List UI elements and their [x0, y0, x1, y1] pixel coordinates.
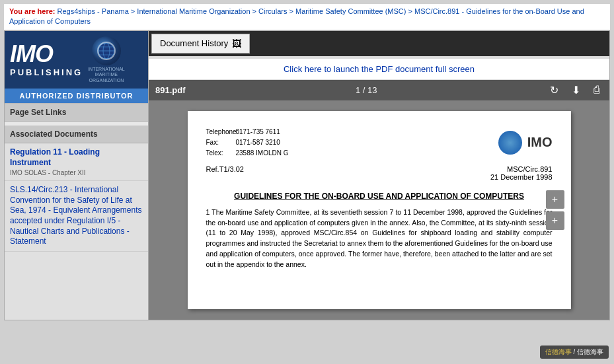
telephone-value: 0171-735 7611	[236, 128, 280, 135]
imo-logo: IMO PUBLISHING	[10, 42, 83, 77]
pdf-paragraph-1: 1 The Maritime Safety Committee, at its …	[206, 207, 553, 270]
pdf-imo-globe	[498, 131, 522, 155]
float-buttons: + +	[546, 190, 564, 230]
list-item: SLS.14/Circ.213 - International Conventi…	[5, 181, 148, 252]
doc1-sub: IMO SOLAS - Chapter XII	[10, 169, 143, 176]
pdf-ref: Ref.T1/3.02	[206, 165, 244, 173]
pdf-logo: IMO	[498, 127, 553, 159]
pdf-content-area: Telephone:0171-735 7611 Fax:0171-587 321…	[149, 100, 609, 320]
pdf-page-indicator: 1 / 13	[356, 85, 377, 95]
pdf-page: Telephone:0171-735 7611 Fax:0171-587 321…	[188, 111, 571, 309]
doc1-link[interactable]: Regulation 11 - Loading Instrument	[10, 147, 143, 168]
associated-docs-label: Associated Documents	[10, 129, 98, 139]
pdf-imo-text: IMO	[527, 135, 553, 150]
pdf-print-button[interactable]: ⎙	[591, 83, 603, 97]
authorized-distributor-label: AUTHORIZED DISTRIBUTOR	[19, 92, 133, 100]
sidebar: IMO PUBLISHING INTERNATIONALMARITIMEORG	[5, 31, 149, 320]
doc-history-icon: 🖼	[232, 38, 241, 49]
doc-history-bar: Document History 🖼	[149, 31, 609, 56]
list-item: Regulation 11 - Loading Instrument IMO S…	[5, 143, 148, 181]
breadcrumb-bar: You are here: Regs4ships - Panama > Inte…	[4, 4, 610, 30]
authorized-distributor-bar: AUTHORIZED DISTRIBUTOR	[5, 89, 148, 103]
fax-value: 0171-587 3210	[236, 139, 280, 146]
imo-globe-icon	[92, 36, 121, 65]
doc-list: Regulation 11 - Loading Instrument IMO S…	[5, 143, 148, 320]
associated-docs-header: Associated Documents	[5, 126, 148, 143]
doc2-link[interactable]: SLS.14/Circ.213 - International Conventi…	[10, 185, 143, 247]
pdf-date: 21 December 1998	[490, 173, 553, 181]
telex-label: Telex:	[206, 148, 236, 159]
doc-history-button[interactable]: Document History 🖼	[151, 34, 250, 54]
pdf-download-button[interactable]: ⬇	[569, 83, 583, 98]
pdf-meta: MSC/Circ.891 21 December 1998	[490, 165, 553, 181]
page-set-links-label: Page Set Links	[10, 108, 66, 117]
pdf-doc-ref: MSC/Circ.891	[490, 165, 553, 173]
international-text: INTERNATIONALMARITIMEORGANIZATION	[88, 67, 125, 83]
telex-value: 23588 IMOLDN G	[236, 149, 289, 157]
breadcrumb-path: Regs4ships - Panama > International Mari…	[9, 7, 584, 25]
publishing-text: PUBLISHING	[10, 67, 83, 77]
doc-history-label: Document History	[160, 38, 228, 48]
you-are-here-label: You are here:	[9, 7, 56, 15]
paragraph-1-text: 1 The Maritime Safety Committee, at its …	[206, 208, 553, 268]
zoom-plus-button-1[interactable]: +	[546, 190, 564, 209]
pdf-link-bar: Click here to launch the PDF document fu…	[149, 59, 609, 80]
svg-point-1	[103, 43, 110, 59]
pdf-toolbar: 891.pdf 1 / 13 ↻ ⬇ ⎙	[149, 80, 609, 100]
pdf-refresh-button[interactable]: ↻	[547, 83, 561, 98]
pdf-header: Telephone:0171-735 7611 Fax:0171-587 321…	[206, 127, 553, 159]
content-area: Document History 🖼 Click here to launch …	[149, 31, 609, 320]
imo-text: IMO	[10, 42, 53, 66]
page-set-links-section: Page Set Links	[5, 103, 148, 122]
pdf-title: GUIDELINES FOR THE ON-BOARD USE AND APPL…	[206, 192, 553, 201]
pdf-contact-info: Telephone:0171-735 7611 Fax:0171-587 321…	[206, 127, 289, 159]
pdf-controls: ↻ ⬇ ⎙	[547, 83, 603, 98]
telephone-label: Telephone:	[206, 127, 236, 137]
pdf-filename: 891.pdf	[155, 85, 186, 95]
logo-right: INTERNATIONALMARITIMEORGANIZATION	[88, 36, 125, 83]
svg-point-0	[98, 43, 114, 59]
pdf-fullscreen-link[interactable]: Click here to launch the PDF document fu…	[284, 64, 475, 74]
pdf-body-text: 1 The Maritime Safety Committee, at its …	[206, 207, 553, 270]
fax-label: Fax:	[206, 137, 236, 148]
zoom-plus-button-2[interactable]: +	[546, 211, 564, 230]
logo-area: IMO PUBLISHING INTERNATIONALMARITIMEORG	[5, 31, 148, 89]
